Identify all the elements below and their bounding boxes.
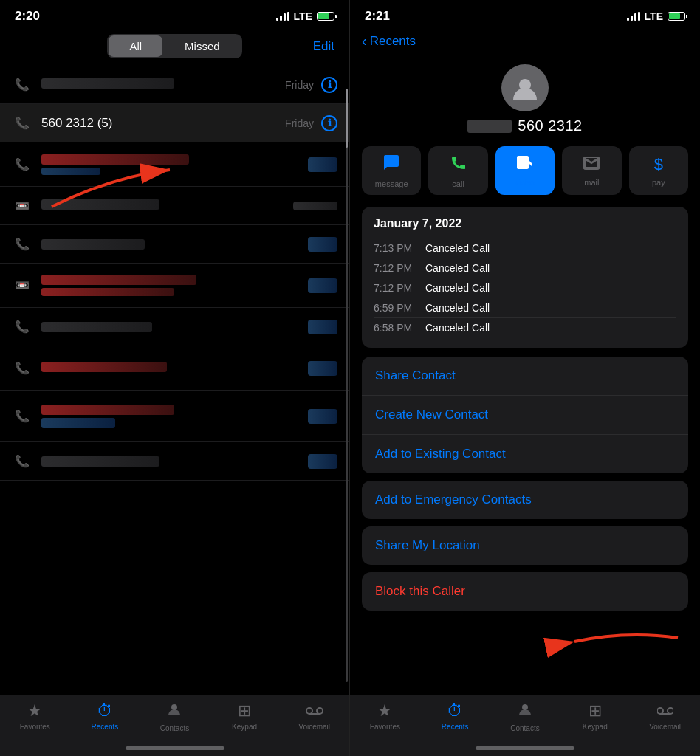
svg-point-9 — [668, 708, 673, 714]
left-status-bar: 2:20 LTE — [0, 0, 349, 30]
blurred-badge-3 — [308, 157, 337, 172]
svg-point-7 — [522, 704, 528, 710]
share-contact-item[interactable]: Share Contact — [362, 357, 688, 396]
call-time-3: 7:12 PM — [374, 282, 425, 294]
video-label: video — [515, 178, 535, 187]
call-button[interactable]: call — [428, 146, 487, 195]
edit-button[interactable]: Edit — [313, 39, 334, 54]
info-btn-2[interactable]: ℹ — [321, 115, 337, 131]
segment-all[interactable]: All — [109, 35, 162, 57]
svg-point-8 — [657, 708, 663, 714]
segment-missed[interactable]: Missed — [164, 35, 241, 57]
blurred-name-7 — [41, 322, 152, 332]
blurred-sub-3 — [41, 168, 100, 175]
blurred-sub-9 — [41, 418, 115, 428]
right-panel: 2:21 LTE ‹ Recents — [350, 0, 700, 756]
tab-recents-left[interactable]: ⏱ Recents — [83, 701, 127, 731]
action-buttons: message call video mail — [350, 146, 700, 207]
tab-favorites-label-left: Favorites — [20, 723, 50, 731]
pay-button[interactable]: $ pay — [629, 146, 688, 195]
tab-favorites-right[interactable]: ★ Favorites — [363, 701, 407, 731]
add-existing-text: Add to Existing Contact — [375, 447, 506, 461]
left-time: 2:20 — [15, 9, 40, 24]
pay-label: pay — [652, 178, 665, 187]
blurred-name-9 — [41, 405, 174, 415]
highlighted-number: 560 2312 (5) — [41, 116, 285, 131]
tab-keypad-right[interactable]: ⊞ Keypad — [573, 701, 617, 731]
message-button[interactable]: message — [362, 146, 421, 195]
svg-point-2 — [306, 708, 312, 714]
blurred-name-1 — [41, 78, 174, 89]
segment-control: All Missed — [107, 34, 241, 58]
back-button[interactable]: ‹ Recents — [362, 32, 416, 49]
avatar — [501, 64, 549, 111]
call-status-3: Canceled Call — [425, 282, 676, 294]
contact-number-text: 560 2312 — [518, 117, 582, 134]
tab-keypad-label-left: Keypad — [232, 723, 257, 731]
contacts-icon-right — [517, 701, 533, 722]
phone-icon-10: 📞 — [12, 451, 32, 472]
back-label: Recents — [370, 34, 416, 49]
tab-voicemail-right[interactable]: Voicemail — [643, 701, 687, 731]
home-indicator-left — [126, 746, 224, 750]
emergency-contacts-text: Add to Emergency Contacts — [375, 492, 532, 506]
block-caller-item[interactable]: Block this Caller — [362, 572, 688, 611]
tab-keypad-left[interactable]: ⊞ Keypad — [222, 701, 267, 731]
video-button[interactable]: video — [495, 146, 555, 195]
recents-icon-left: ⏱ — [97, 701, 113, 721]
keypad-icon-right: ⊞ — [589, 701, 602, 721]
call-item-5[interactable]: 📞 — [0, 225, 349, 264]
call-history-item-3: 7:12 PM Canceled Call — [374, 278, 676, 298]
tab-contacts-label-right: Contacts — [510, 724, 539, 732]
phone-icon-9: 📞 — [12, 406, 32, 427]
call-time-4: 6:59 PM — [374, 302, 425, 314]
share-location-item[interactable]: Share My Location — [362, 526, 688, 565]
phone-icon-3: 📞 — [12, 154, 32, 175]
battery-icon-right — [668, 12, 685, 21]
call-item-highlight[interactable]: 📞 560 2312 (5) Friday ℹ — [0, 104, 349, 142]
mail-label: mail — [584, 178, 599, 187]
emergency-contacts-item[interactable]: Add to Emergency Contacts — [362, 481, 688, 519]
call-item-1[interactable]: 📞 Friday ℹ — [0, 66, 349, 104]
call-item-8[interactable]: 📞 — [0, 346, 349, 391]
recents-icon-right: ⏱ — [447, 701, 463, 721]
person-icon — [510, 73, 540, 103]
left-status-icons: LTE — [276, 10, 334, 22]
pay-icon: $ — [654, 155, 663, 174]
tab-recents-label-left: Recents — [92, 723, 119, 731]
message-icon — [382, 154, 400, 176]
red-arrow-right — [538, 616, 685, 660]
call-item-9[interactable]: 📞 — [0, 391, 349, 442]
call-icon — [450, 154, 467, 176]
phone-icon-1: 📞 — [12, 75, 32, 95]
voicemail-icon-right — [657, 701, 673, 721]
mail-button[interactable]: mail — [562, 146, 621, 195]
contact-header: 560 2312 — [350, 58, 700, 146]
right-tab-bar: ★ Favorites ⏱ Recents Contacts ⊞ Keypad — [350, 695, 700, 756]
call-status-4: Canceled Call — [425, 302, 676, 314]
create-contact-item[interactable]: Create New Contact — [362, 396, 688, 435]
call-item-3[interactable]: 📞 — [0, 142, 349, 187]
tab-recents-right[interactable]: ⏱ Recents — [433, 701, 477, 731]
add-existing-item[interactable]: Add to Existing Contact — [362, 435, 688, 473]
blurred-name-10 — [41, 456, 159, 467]
info-btn-1[interactable]: ℹ — [321, 77, 337, 93]
tab-contacts-right[interactable]: Contacts — [503, 701, 547, 732]
call-item-10[interactable]: 📞 — [0, 442, 349, 481]
option-group-3: Share My Location — [362, 526, 688, 565]
tab-favorites-left[interactable]: ★ Favorites — [13, 701, 57, 731]
call-history-item-5: 6:58 PM Canceled Call — [374, 317, 676, 337]
chevron-left-icon: ‹ — [362, 32, 367, 49]
call-item-7[interactable]: 📞 — [0, 308, 349, 346]
call-item-4[interactable]: 📼 — [0, 187, 349, 225]
tab-contacts-left[interactable]: Contacts — [152, 701, 196, 732]
blurred-sub-6 — [41, 288, 174, 296]
signal-icon-right — [627, 12, 640, 21]
call-label: call — [452, 179, 464, 188]
tab-voicemail-left[interactable]: Voicemail — [292, 701, 337, 731]
top-controls: All Missed Edit — [0, 30, 349, 66]
call-history-item-4: 6:59 PM Canceled Call — [374, 298, 676, 317]
phone-icon-7: 📞 — [12, 317, 32, 337]
create-contact-text: Create New Contact — [375, 408, 488, 422]
call-item-6[interactable]: 📼 — [0, 264, 349, 308]
